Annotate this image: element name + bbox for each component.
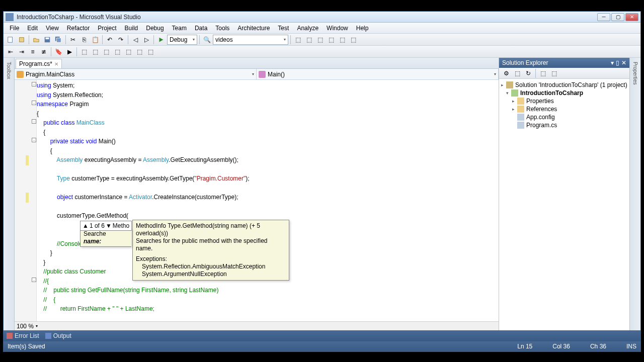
- status-char: Ch 36: [590, 343, 606, 350]
- properties-button[interactable]: ⚙: [501, 68, 511, 78]
- type-nav-combo[interactable]: Pragim.MainClass: [15, 69, 257, 79]
- show-all-button[interactable]: ⬚: [512, 68, 522, 78]
- member-nav-combo[interactable]: Main(): [257, 69, 499, 79]
- tb-ext1[interactable]: ⬚: [293, 35, 303, 45]
- bookmark-button[interactable]: 🔖: [53, 47, 63, 57]
- tree-item[interactable]: ▸References: [501, 105, 627, 113]
- tb-ext4[interactable]: ⬚: [326, 35, 336, 45]
- comment-button[interactable]: ≡: [28, 47, 38, 57]
- save-button[interactable]: [42, 35, 52, 45]
- project-node[interactable]: ▾ IntroductionToCsharp: [501, 89, 627, 97]
- tb-ext3[interactable]: ⬚: [315, 35, 325, 45]
- expander-icon[interactable]: ▾: [506, 90, 511, 96]
- solution-icon: [506, 81, 513, 88]
- menu-view[interactable]: View: [42, 24, 63, 33]
- fold-icon[interactable]: -: [32, 101, 36, 105]
- minimize-button[interactable]: ─: [597, 13, 610, 21]
- menu-debug[interactable]: Debug: [142, 24, 168, 33]
- paste-button[interactable]: 📋: [90, 35, 100, 45]
- expander-icon[interactable]: ▸: [512, 99, 517, 104]
- open-button[interactable]: [31, 35, 41, 45]
- tb-ext6[interactable]: ⬚: [348, 35, 358, 45]
- menu-refactor[interactable]: Refactor: [63, 24, 94, 33]
- next-bookmark-button[interactable]: ▶: [64, 47, 74, 57]
- expander-icon[interactable]: ▸: [501, 82, 506, 87]
- menu-data[interactable]: Data: [191, 24, 211, 33]
- window-title: IntroductionToCsharp - Microsoft Visual …: [17, 14, 597, 21]
- document-tab[interactable]: Program.cs* ✕: [16, 59, 62, 68]
- pin-icon[interactable]: ▯: [616, 59, 619, 66]
- tree-item[interactable]: ▸Properties: [501, 97, 627, 105]
- save-all-button[interactable]: [53, 35, 63, 45]
- search-combo[interactable]: videos: [213, 35, 288, 45]
- nav-back-button[interactable]: ◁: [130, 35, 140, 45]
- toolbox-tab[interactable]: Toolbox: [5, 60, 13, 81]
- panel-close-icon[interactable]: ✕: [621, 59, 626, 66]
- tb-ext2[interactable]: ⬚: [304, 35, 314, 45]
- tb2-2[interactable]: ⬚: [101, 47, 111, 57]
- view-designer-button[interactable]: ⬚: [549, 68, 559, 78]
- signature-tooltip: MethodInfo Type.GetMethod(string name) (…: [132, 220, 289, 281]
- fold-icon[interactable]: -: [32, 278, 36, 282]
- tb2-6[interactable]: ⬚: [145, 47, 155, 57]
- close-tab-icon[interactable]: ✕: [54, 61, 58, 67]
- titlebar[interactable]: IntroductionToCsharp - Microsoft Visual …: [4, 12, 640, 23]
- down-icon[interactable]: ▼: [106, 222, 112, 229]
- new-project-button[interactable]: [6, 35, 16, 45]
- class-icon: [17, 71, 24, 78]
- menu-tools[interactable]: Tools: [211, 24, 233, 33]
- solution-node[interactable]: ▸ Solution 'IntroductionToCsharp' (1 pro…: [501, 81, 627, 89]
- menu-architecture[interactable]: Architecture: [233, 24, 274, 33]
- format-button[interactable]: ⬚: [79, 47, 89, 57]
- overload-nav[interactable]: ▲ 1 of 6 ▼ Metho: [80, 221, 132, 231]
- output-icon: [45, 333, 51, 339]
- maximize-button[interactable]: ▢: [611, 13, 624, 21]
- add-item-button[interactable]: [17, 35, 27, 45]
- up-icon[interactable]: ▲: [83, 222, 89, 229]
- code-editor[interactable]: - - - - - using System;using System.Refl…: [15, 80, 499, 321]
- tb2-1[interactable]: ⬚: [90, 47, 100, 57]
- menu-file[interactable]: File: [6, 24, 23, 33]
- indent-more-button[interactable]: ⇥: [17, 47, 27, 57]
- menu-team[interactable]: Team: [168, 24, 191, 33]
- gutter: - - - - -: [15, 80, 37, 321]
- copy-button[interactable]: ⎘: [79, 35, 89, 45]
- expander-icon[interactable]: ▸: [512, 107, 517, 112]
- tree-item[interactable]: Program.cs: [501, 121, 627, 129]
- fold-icon[interactable]: -: [32, 82, 36, 86]
- start-button[interactable]: [156, 35, 166, 45]
- tb2-5[interactable]: ⬚: [134, 47, 144, 57]
- tb2-3[interactable]: ⬚: [112, 47, 122, 57]
- uncomment-button[interactable]: ≢: [39, 47, 49, 57]
- indent-less-button[interactable]: ⇤: [6, 47, 16, 57]
- view-code-button[interactable]: ⬚: [538, 68, 548, 78]
- properties-tab[interactable]: Properties: [631, 60, 639, 87]
- panel-dropdown-icon[interactable]: ▾: [611, 59, 614, 66]
- undo-button[interactable]: ↶: [105, 35, 115, 45]
- menu-test[interactable]: Test: [274, 24, 293, 33]
- refresh-button[interactable]: ↻: [523, 68, 533, 78]
- menu-build[interactable]: Build: [121, 24, 142, 33]
- menu-window[interactable]: Window: [323, 24, 352, 33]
- solution-tree[interactable]: ▸ Solution 'IntroductionToCsharp' (1 pro…: [499, 79, 629, 330]
- output-tab[interactable]: Output: [45, 332, 71, 339]
- tree-item[interactable]: App.config: [501, 113, 627, 121]
- error-list-tab[interactable]: Error List: [7, 332, 39, 339]
- zoom-combo[interactable]: 100 %: [15, 321, 499, 330]
- fold-icon[interactable]: -: [32, 138, 36, 142]
- nav-fwd-button[interactable]: ▷: [141, 35, 151, 45]
- close-button[interactable]: ✕: [625, 13, 638, 21]
- method-icon: [259, 71, 266, 78]
- tb2-4[interactable]: ⬚: [123, 47, 133, 57]
- solution-explorer-header[interactable]: Solution Explorer ▾ ▯ ✕: [499, 58, 629, 68]
- config-combo[interactable]: Debug: [167, 35, 197, 45]
- menu-edit[interactable]: Edit: [23, 24, 42, 33]
- menu-analyze[interactable]: Analyze: [293, 24, 323, 33]
- menu-project[interactable]: Project: [94, 24, 120, 33]
- find-button[interactable]: 🔍: [202, 35, 212, 45]
- tb-ext5[interactable]: ⬚: [337, 35, 347, 45]
- redo-button[interactable]: ↷: [116, 35, 126, 45]
- menu-help[interactable]: Help: [352, 24, 373, 33]
- fold-icon[interactable]: -: [32, 119, 36, 124]
- cut-button[interactable]: ✂: [68, 35, 78, 45]
